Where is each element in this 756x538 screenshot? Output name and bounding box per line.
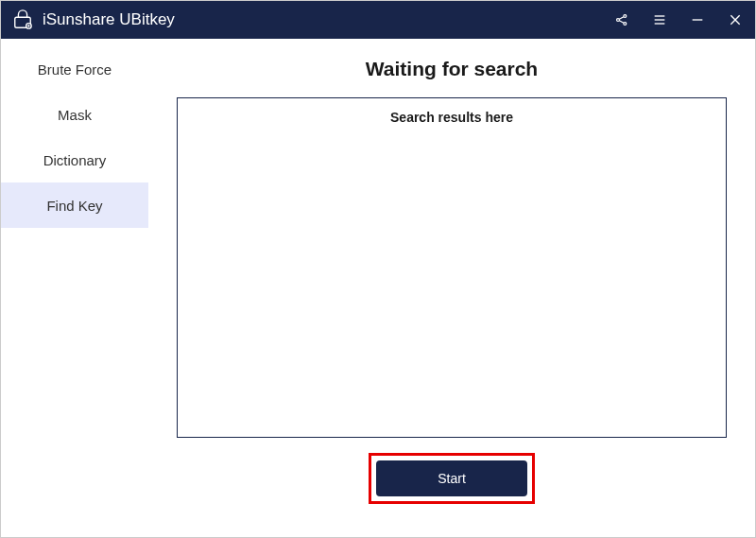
share-icon[interactable] — [613, 11, 630, 28]
svg-line-6 — [619, 21, 624, 24]
start-button[interactable]: Start — [376, 460, 527, 496]
svg-point-3 — [624, 15, 627, 18]
results-placeholder: Search results here — [189, 110, 714, 125]
body-area: Brute Force Mask Dictionary Find Key Wai… — [1, 39, 755, 537]
svg-line-5 — [619, 17, 624, 20]
page-title: Waiting for search — [177, 58, 727, 80]
titlebar-left: iSunshare UBitkey — [12, 9, 175, 30]
sidebar-item-dictionary[interactable]: Dictionary — [1, 137, 148, 182]
sidebar-item-label: Find Key — [46, 198, 102, 214]
sidebar-item-find-key[interactable]: Find Key — [1, 182, 148, 228]
svg-point-2 — [617, 19, 620, 22]
sidebar: Brute Force Mask Dictionary Find Key — [1, 39, 148, 537]
search-results-box: Search results here — [177, 97, 727, 438]
app-title: iSunshare UBitkey — [43, 10, 175, 29]
sidebar-item-label: Mask — [58, 107, 92, 123]
sidebar-item-brute-force[interactable]: Brute Force — [1, 46, 148, 92]
sidebar-item-label: Dictionary — [43, 152, 107, 168]
svg-point-4 — [624, 23, 627, 26]
main-panel: Waiting for search Search results here S… — [148, 39, 755, 537]
close-icon[interactable] — [727, 11, 744, 28]
start-button-wrap: Start — [177, 453, 727, 504]
app-logo-icon — [12, 9, 33, 30]
sidebar-item-label: Brute Force — [38, 61, 112, 78]
sidebar-item-mask[interactable]: Mask — [1, 92, 148, 137]
titlebar-controls — [613, 11, 744, 28]
start-button-highlight: Start — [369, 453, 535, 504]
start-button-label: Start — [438, 471, 466, 486]
minimize-icon[interactable] — [689, 11, 706, 28]
menu-icon[interactable] — [651, 11, 668, 28]
titlebar: iSunshare UBitkey — [1, 1, 755, 39]
